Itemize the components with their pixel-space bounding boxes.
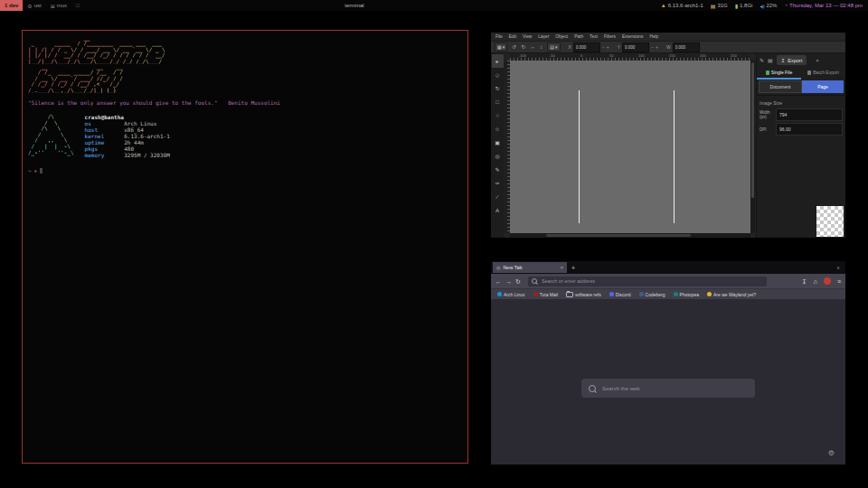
export-dialog-tab[interactable]: ↥ Export xyxy=(777,55,807,65)
plus-icon[interactable]: + xyxy=(656,44,658,50)
tab-single-file[interactable]: Single File xyxy=(757,67,801,80)
y-coordinate-spinner: Y − + xyxy=(618,42,658,52)
menu-path[interactable]: Path xyxy=(574,34,583,39)
fetch-row-host: host x86_64 xyxy=(85,127,170,133)
bookmark-tuta-mail[interactable]: Tuta Mail xyxy=(533,292,558,297)
close-tab-icon[interactable]: × xyxy=(561,265,563,270)
scrollbar-thumb[interactable] xyxy=(751,62,754,198)
pencil-icon[interactable]: ✎ xyxy=(760,57,764,63)
bookmark-folder-software-refs[interactable]: software refs xyxy=(566,292,601,297)
desktop: 1 dev ⚙ ust ⊞ mux □ terminal ▲ 6.13.6-ar… xyxy=(0,0,868,488)
extension-icon[interactable] xyxy=(824,277,831,285)
canvas-vertical-scrollbar[interactable] xyxy=(750,61,755,233)
text-tool[interactable]: A xyxy=(492,203,504,217)
menu-object[interactable]: Object xyxy=(555,34,568,39)
inkscape-window: File Edit View Layer Object Path Text Fi… xyxy=(491,33,845,238)
forward-button[interactable]: → xyxy=(505,278,512,285)
calligraphy-tool[interactable]: ∕ xyxy=(492,190,504,203)
bookmark-codeberg[interactable]: Codeberg xyxy=(639,292,665,297)
downloads-button[interactable]: ↧ xyxy=(802,278,807,285)
menu-edit[interactable]: Edit xyxy=(509,34,516,39)
plus-icon[interactable]: + xyxy=(607,44,609,50)
scrollbar-thumb[interactable] xyxy=(546,234,691,237)
inkscape-canvas[interactable] xyxy=(510,61,750,233)
menu-text[interactable]: Text xyxy=(590,34,598,39)
document-button[interactable]: Document xyxy=(759,80,802,93)
flip-vertical-button[interactable]: ↕ xyxy=(540,44,542,50)
arch-favicon xyxy=(497,292,502,296)
back-button[interactable]: ← xyxy=(495,278,502,285)
rotate-ccw-button[interactable]: ↺ xyxy=(512,44,516,50)
flip-horizontal-button[interactable]: ↔ xyxy=(530,44,535,50)
layers-icon[interactable]: ▤ xyxy=(768,57,773,63)
minus-icon[interactable]: − xyxy=(602,44,605,50)
newtab-search-input[interactable] xyxy=(600,385,748,392)
export-dpi-input[interactable] xyxy=(776,123,843,136)
pen-tool[interactable]: ✑ xyxy=(492,176,504,190)
rectangle-tool[interactable]: □ xyxy=(492,95,504,108)
bookmark-are-we-wayland[interactable]: Are we Wayland yet? xyxy=(707,292,756,297)
gear-icon: ⚙ xyxy=(27,3,32,9)
menu-view[interactable]: View xyxy=(523,34,532,39)
single-file-icon xyxy=(766,70,769,75)
address-bar[interactable] xyxy=(528,277,767,286)
shell-prompt[interactable]: ~ ▸ xyxy=(28,167,462,174)
workspace-mux[interactable]: ⊞ mux xyxy=(46,0,71,11)
home-button[interactable]: ⌂ xyxy=(814,278,817,285)
box3d-tool-icon: ▣ xyxy=(495,139,500,145)
menu-button[interactable]: ≡ xyxy=(837,278,841,285)
new-tab-button[interactable]: + xyxy=(571,265,575,271)
active-tab[interactable]: ◍ New Tab × xyxy=(493,262,567,273)
export-width-input[interactable] xyxy=(776,108,843,121)
menu-help[interactable]: Help xyxy=(649,34,658,39)
y-input[interactable] xyxy=(622,42,649,52)
bookmark-label: Tuta Mail xyxy=(540,292,558,297)
bookmark-photopea[interactable]: Photopea xyxy=(674,292,699,297)
arch-ascii-logo: /\ / \ /\ \ / \ / ,, \ / | | -\ /_-'' ''… xyxy=(28,114,74,158)
bookmark-arch-linux[interactable]: Arch Linux xyxy=(497,292,525,297)
menu-extensions[interactable]: Extensions xyxy=(622,34,643,39)
bookmark-label: Arch Linux xyxy=(504,292,525,297)
spiral-tool[interactable]: ◎ xyxy=(492,149,504,163)
tab-list-chevron-icon[interactable]: ∨ xyxy=(836,265,840,270)
ellipse-tool[interactable]: ○ xyxy=(492,108,504,122)
workspace-ust[interactable]: ⚙ ust xyxy=(23,0,45,11)
canvas-horizontal-scrollbar[interactable] xyxy=(510,233,750,238)
workspace-empty[interactable]: □ xyxy=(71,0,84,11)
calligraphy-tool-icon: ∕ xyxy=(496,194,497,200)
selector-tool[interactable]: ▸ xyxy=(492,54,504,68)
newtab-search-box[interactable] xyxy=(581,379,755,398)
star-tool[interactable]: ☆ xyxy=(492,122,504,136)
export-mode-tabs: Single File Batch Export xyxy=(757,67,845,80)
newtab-settings-gear-icon[interactable]: ⚙ xyxy=(828,449,835,457)
align-dropdown[interactable]: ▤ ▾ xyxy=(547,42,560,52)
menu-file[interactable]: File xyxy=(495,34,503,39)
w-input[interactable] xyxy=(673,42,700,52)
minus-icon[interactable]: − xyxy=(651,44,654,50)
prompt-symbol: ▸ xyxy=(34,167,38,174)
node-tool[interactable]: ◇ xyxy=(492,68,504,81)
fetch-value: Arch Linux xyxy=(124,120,156,127)
disk-usage: 31G xyxy=(717,3,727,8)
pen-tool-icon: ✑ xyxy=(495,180,499,186)
selection-mode-dropdown[interactable]: ▦ ▾ xyxy=(495,42,507,52)
address-input[interactable] xyxy=(540,277,763,285)
transform-tool[interactable]: ↻ xyxy=(492,81,504,95)
rectangle-tool-icon: □ xyxy=(495,99,499,105)
workspace-active[interactable]: 1 dev xyxy=(0,0,23,11)
tab-batch-export[interactable]: Batch Export xyxy=(801,67,845,80)
reload-button[interactable]: ↻ xyxy=(515,278,521,285)
prompt-cwd: ~ xyxy=(28,167,32,174)
close-icon[interactable]: × xyxy=(816,58,819,63)
page-button[interactable]: Page xyxy=(802,80,844,93)
rotate-cw-button[interactable]: ↻ xyxy=(521,44,525,50)
pencil-tool[interactable]: ✎ xyxy=(492,163,504,176)
box3d-tool[interactable]: ▣ xyxy=(492,136,504,149)
terminal-window[interactable]: __ _ _____ / /________ ____ ___ ___ | | … xyxy=(22,30,468,464)
menu-layer[interactable]: Layer xyxy=(538,34,549,39)
memory-usage: 1.8Gi xyxy=(740,3,752,8)
menu-filters[interactable]: Filters xyxy=(604,34,616,39)
bookmark-discord[interactable]: Discord xyxy=(609,292,631,297)
x-input[interactable] xyxy=(573,42,600,52)
fetch-label: kernel xyxy=(85,133,121,139)
